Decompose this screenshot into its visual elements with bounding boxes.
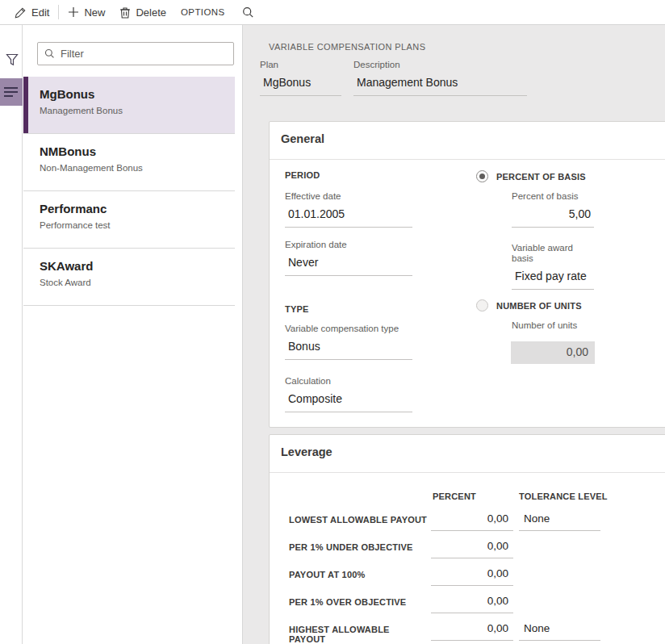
plus-icon (68, 6, 79, 18)
action-toolbar: Edit New Delete OPTIONS (0, 0, 665, 25)
tolerance-cell (519, 590, 600, 613)
variable-award-basis-label: Variable award basis (512, 243, 594, 264)
compensation-type-label: Variable compensation type (285, 324, 412, 334)
options-button-label: OPTIONS (181, 7, 225, 17)
compensation-type-value[interactable]: Bonus (285, 338, 412, 360)
delete-button[interactable]: Delete (112, 0, 174, 24)
expiration-date-label: Expiration date (285, 240, 412, 250)
compensation-type-field: Variable compensation type Bonus (285, 324, 412, 360)
table-row-per-1-over-objective: PER 1% OVER OBJECTIVE 0,00 (270, 590, 665, 617)
plan-detail-pane: VARIABLE COMPENSATION PLANS Plan MgBonus… (243, 25, 665, 644)
general-card: General PERIOD Effective date 01.01.2005… (269, 121, 665, 428)
tolerance-cell (519, 562, 600, 586)
description-field-label: Description (353, 60, 527, 70)
options-button[interactable]: OPTIONS (174, 0, 232, 24)
page-caption: VARIABLE COMPENSATION PLANS (269, 42, 425, 52)
percent-of-basis-field: Percent of basis 5,00 (512, 191, 594, 228)
effective-date-value[interactable]: 01.01.2005 (285, 206, 412, 228)
filter-funnel-icon[interactable] (6, 53, 19, 66)
plan-item-title: MgBonus (40, 87, 227, 102)
new-button[interactable]: New (61, 0, 112, 24)
filter-input[interactable] (61, 48, 227, 60)
plan-field: Plan MgBonus (260, 60, 341, 96)
percent-of-basis-label: Percent of basis (512, 191, 594, 202)
tolerance-cell (519, 535, 600, 558)
delete-button-label: Delete (136, 6, 166, 19)
plan-item-title: Performanc (40, 202, 227, 216)
magnifier-icon (242, 6, 254, 19)
radio-selected-icon (476, 170, 488, 182)
pencil-icon (15, 6, 27, 19)
plan-field-value[interactable]: MgBonus (260, 74, 341, 96)
plan-item-title: SKAward (40, 259, 227, 274)
pane-toggle-icon[interactable] (0, 78, 23, 106)
percent-of-basis-radio[interactable]: PERCENT OF BASIS (476, 170, 586, 182)
plan-item-subtitle: Non-Management Bonus (40, 162, 227, 174)
new-button-label: New (84, 6, 105, 19)
calculation-label: Calculation (285, 376, 412, 387)
general-card-title[interactable]: General (281, 132, 324, 145)
card-divider (270, 159, 665, 160)
plan-item-subtitle: Stock Award (40, 277, 227, 288)
number-of-units-radio[interactable]: NUMBER OF UNITS (476, 299, 582, 312)
type-group-caption: TYPE (285, 304, 309, 314)
list-item-skaward[interactable]: SKAward Stock Award (23, 249, 235, 306)
table-row-lowest-allowable-payout: LOWEST ALLOWABLE PAYOUT 0,00 None (270, 508, 665, 535)
plan-item-title: NMBonus (40, 144, 227, 159)
tolerance-column-header: TOLERANCE LEVEL (519, 491, 608, 501)
search-button[interactable] (232, 0, 264, 24)
trash-icon (119, 6, 131, 19)
card-divider (270, 472, 665, 473)
leverage-card: Leverage PERCENT TOLERANCE LEVEL LOWEST … (269, 434, 665, 644)
row-label: LOWEST ALLOWABLE PAYOUT (289, 515, 428, 525)
percent-cell[interactable]: 0,00 (431, 562, 513, 586)
expiration-date-field: Expiration date Never (285, 240, 412, 276)
toolbar-separator (58, 5, 59, 19)
edit-button[interactable]: Edit (7, 0, 56, 24)
number-of-units-radio-label: NUMBER OF UNITS (496, 301, 582, 311)
plan-item-subtitle: Performance test (40, 220, 227, 231)
variable-award-basis-value[interactable]: Fixed pay rate (512, 268, 594, 290)
percent-of-basis-radio-label: PERCENT OF BASIS (496, 172, 586, 182)
left-icon-rail (0, 25, 23, 644)
description-field-value[interactable]: Management Bonus (353, 74, 527, 96)
plans-sidebar: MgBonus Management Bonus NMBonus Non-Man… (23, 25, 243, 644)
magnifier-icon (44, 48, 55, 59)
period-group-caption: PERIOD (285, 170, 320, 180)
table-row-highest-allowable-payout: HIGHEST ALLOWABLE PAYOUT 0,00 None (270, 617, 665, 644)
percent-column-header: PERCENT (433, 491, 476, 501)
list-item-mgbonus[interactable]: MgBonus Management Bonus (23, 77, 235, 134)
calculation-value[interactable]: Composite (285, 391, 412, 412)
expiration-date-value[interactable]: Never (285, 254, 412, 276)
percent-cell[interactable]: 0,00 (431, 508, 513, 531)
list-item-nmbonus[interactable]: NMBonus Non-Management Bonus (23, 134, 235, 191)
tolerance-cell[interactable]: None (519, 508, 600, 531)
effective-date-label: Effective date (285, 191, 412, 202)
percent-cell[interactable]: 0,00 (431, 617, 513, 641)
number-of-units-label: Number of units (512, 320, 577, 331)
number-of-units-value: 0,00 (511, 341, 595, 364)
description-field: Description Management Bonus (353, 60, 527, 96)
variable-award-basis-field: Variable award basis Fixed pay rate (512, 243, 594, 290)
list-item-performanc[interactable]: Performanc Performance test (23, 191, 235, 249)
plan-list: MgBonus Management Bonus NMBonus Non-Man… (23, 77, 235, 306)
table-row-per-1-under-objective: PER 1% UNDER OBJECTIVE 0,00 (270, 535, 665, 562)
leverage-card-title[interactable]: Leverage (281, 445, 332, 458)
filter-box (37, 42, 234, 65)
edit-button-label: Edit (31, 6, 49, 19)
percent-cell[interactable]: 0,00 (431, 535, 513, 558)
row-label: HIGHEST ALLOWABLE PAYOUT (289, 625, 428, 644)
radio-unselected-icon (476, 299, 488, 312)
percent-of-basis-value[interactable]: 5,00 (512, 206, 594, 228)
plan-field-label: Plan (260, 60, 341, 70)
row-label: PER 1% UNDER OBJECTIVE (289, 542, 428, 552)
percent-cell[interactable]: 0,00 (431, 590, 513, 613)
calculation-field: Calculation Composite (285, 376, 412, 412)
table-row-payout-at-100: PAYOUT AT 100% 0,00 (270, 562, 665, 590)
plan-item-subtitle: Management Bonus (40, 105, 227, 116)
row-label: PAYOUT AT 100% (289, 570, 428, 579)
effective-date-field: Effective date 01.01.2005 (285, 191, 412, 228)
tolerance-cell[interactable]: None (519, 617, 600, 641)
row-label: PER 1% OVER OBJECTIVE (289, 597, 428, 607)
